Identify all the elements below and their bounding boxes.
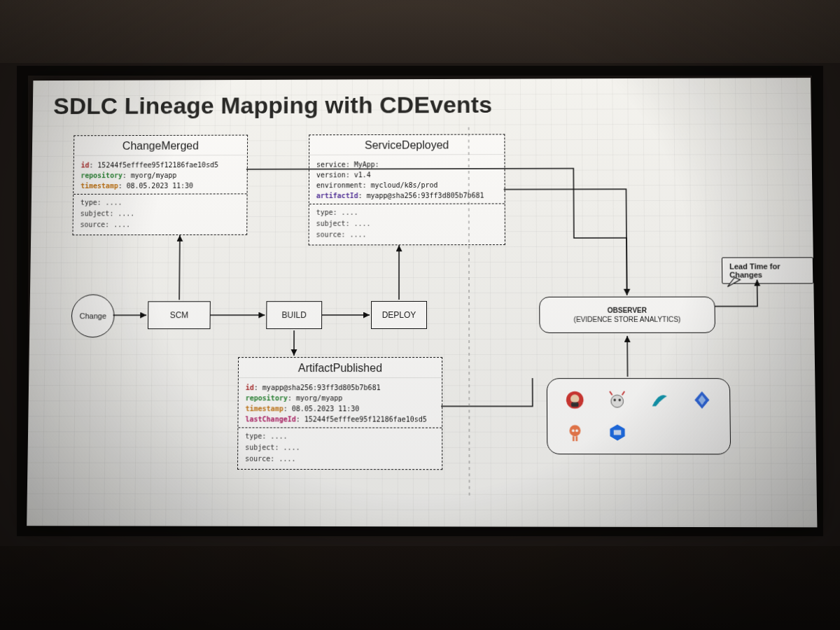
svg-point-6 (569, 425, 580, 436)
observer-subtitle: (EVIDENCE STORE ANALYTICS) (574, 315, 681, 324)
event-service-deployed: ServiceDeployed service: MyApp: version:… (309, 134, 505, 245)
photo-frame: SDLC Lineage Mapping with CDEvents Chang… (0, 0, 840, 630)
tekton-icon (606, 389, 627, 410)
jenkins-icon (564, 389, 585, 410)
harbor-icon (607, 422, 629, 443)
event-meta: type: .... subject: .... source: .... (238, 427, 442, 469)
event-meta: type: .... subject: .... source: .... (309, 203, 505, 244)
presentation-slide: SDLC Lineage Mapping with CDEvents Chang… (27, 78, 817, 527)
svg-point-3 (611, 395, 624, 407)
node-observer: OBSERVER (EVIDENCE STORE ANALYTICS) (539, 297, 715, 333)
event-fields: id: 15244f5efffee95f12186fae10sd5 reposi… (74, 155, 247, 194)
svg-line-16 (179, 235, 180, 300)
svg-rect-2 (571, 402, 579, 407)
event-title: ServiceDeployed (309, 134, 504, 155)
svg-point-4 (613, 399, 616, 402)
event-title: ArtifactPublished (239, 358, 442, 378)
node-label: BUILD (282, 310, 307, 320)
node-label: SCM (170, 310, 189, 320)
slide-canvas: SDLC Lineage Mapping with CDEvents Chang… (27, 78, 817, 527)
node-label: DEPLOY (382, 310, 416, 320)
callout-text: Lead Time for Changes (729, 262, 780, 279)
event-fields: service: MyApp: version: v1.4 environmen… (309, 155, 505, 204)
svg-rect-9 (573, 436, 575, 441)
svg-point-7 (572, 429, 575, 432)
spinnaker-icon (649, 389, 671, 410)
event-fields: id: myapp@sha256:93ff3d805b7b681 reposit… (238, 378, 442, 427)
svg-point-5 (618, 399, 621, 402)
node-scm: SCM (148, 301, 211, 329)
observer-title: OBSERVER (608, 306, 647, 315)
tool-logos-group (547, 378, 731, 454)
event-title: ChangeMerged (74, 136, 247, 156)
svg-point-1 (570, 394, 579, 402)
node-build: BUILD (266, 301, 322, 329)
event-meta: type: .... subject: .... source: .... (73, 193, 246, 234)
svg-rect-10 (575, 436, 578, 441)
slide-title: SDLC Lineage Mapping with CDEvents (53, 91, 492, 119)
event-artifact-published: ArtifactPublished id: myapp@sha256:93ff3… (237, 357, 442, 470)
room-floor (0, 546, 840, 630)
flux-icon (692, 389, 713, 410)
event-change-merged: ChangeMerged id: 15244f5efffee95f12186fa… (72, 135, 248, 236)
node-change: Change (71, 294, 115, 337)
svg-point-8 (575, 429, 578, 432)
argo-icon (564, 422, 585, 443)
callout-leadtime: Lead Time for Changes (722, 257, 813, 284)
room-ceiling (0, 0, 840, 63)
node-label: Change (80, 312, 106, 320)
svg-rect-12 (614, 430, 622, 435)
node-deploy: DEPLOY (371, 301, 427, 329)
